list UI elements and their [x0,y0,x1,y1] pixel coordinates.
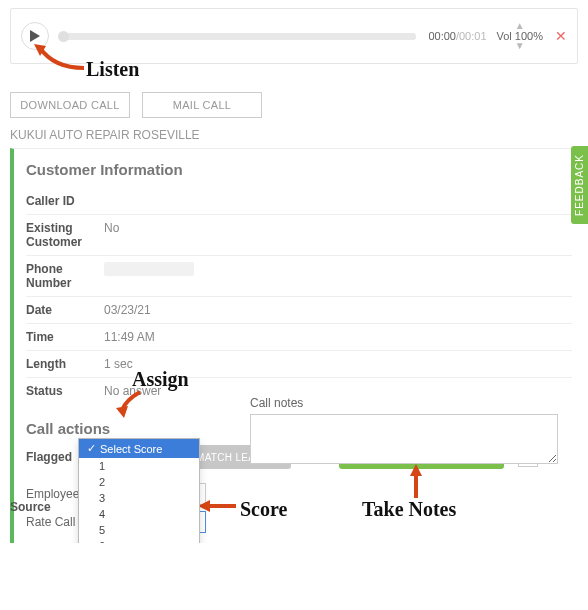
time-label: Time [26,330,104,344]
volume-down-icon[interactable]: ▼ [515,42,525,50]
check-icon: ✓ [87,442,96,455]
source-label: Source [10,500,51,514]
feedback-tab[interactable]: FEEDBACK [571,146,588,224]
seek-bar[interactable] [61,33,416,40]
score-option[interactable]: 2 [79,474,199,490]
score-option[interactable]: 1 [79,458,199,474]
close-icon[interactable]: ✕ [555,28,567,44]
current-time: 00:00 [428,30,456,42]
existing-customer-label: Existing Customer [26,221,104,249]
call-notes-textarea[interactable] [250,414,558,464]
flagged-label: Flagged [26,450,86,464]
employee-label: Employee [26,487,82,501]
time-display: 00:00/00:01 [428,30,486,42]
score-option-selected[interactable]: ✓ Select Score [79,439,199,458]
download-row: DOWNLOAD CALL MAIL CALL [10,92,578,118]
play-icon [30,30,40,42]
score-option[interactable]: 5 [79,522,199,538]
info-table: Caller ID Existing Customer No Phone Num… [26,188,572,404]
existing-customer-value: No [104,221,119,249]
rate-call-label: Rate Call [26,515,82,529]
score-option[interactable]: 6 [79,538,199,543]
status-value: No answer [104,384,161,398]
length-value: 1 sec [104,357,133,371]
call-notes-label: Call notes [250,396,558,410]
play-button[interactable] [21,22,49,50]
duration: 00:01 [459,30,487,42]
time-value: 11:49 AM [104,330,155,344]
status-label: Status [26,384,104,398]
phone-label: Phone Number [26,262,104,290]
download-call-button[interactable]: DOWNLOAD CALL [10,92,130,118]
date-label: Date [26,303,104,317]
audio-player: 00:00/00:01 ▲ Vol 100% ▼ ✕ [10,8,578,64]
shop-name: KUKUI AUTO REPAIR ROSEVILLE [10,128,578,142]
score-option[interactable]: 3 [79,490,199,506]
call-notes-section: Call notes [250,396,558,467]
volume-control[interactable]: ▲ Vol 100% ▼ [497,22,543,50]
date-value: 03/23/21 [104,303,151,317]
caller-id-label: Caller ID [26,194,104,208]
length-label: Length [26,357,104,371]
mail-call-button[interactable]: MAIL CALL [142,92,262,118]
score-option[interactable]: 4 [79,506,199,522]
customer-info-heading: Customer Information [26,161,572,178]
phone-value [104,262,194,290]
volume-up-icon[interactable]: ▲ [515,22,525,30]
score-dropdown-menu[interactable]: ✓ Select Score 1 2 3 4 5 6 7 8 9 10 N/A [78,438,200,543]
